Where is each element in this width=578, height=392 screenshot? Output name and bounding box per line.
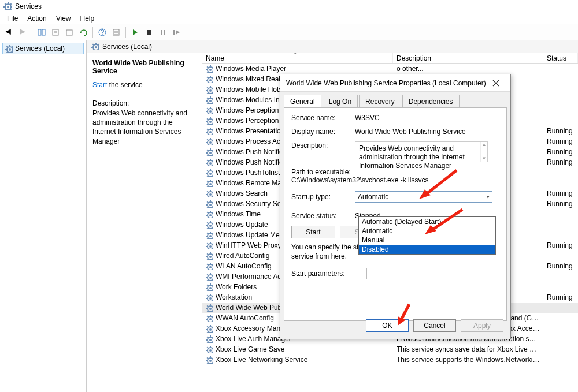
gear-icon (206, 169, 213, 177)
export-button[interactable] (63, 26, 76, 39)
refresh-button[interactable] (77, 26, 90, 39)
svg-text:?: ? (101, 28, 105, 36)
gear-icon (206, 283, 213, 291)
gear-icon (206, 232, 213, 239)
detail-pane: World Wide Web Publishing Service Start … (87, 53, 202, 392)
restart-button[interactable] (171, 26, 183, 39)
tab-general[interactable]: General (284, 95, 321, 108)
properties-button[interactable] (49, 26, 62, 39)
tab-body: Service name: W3SVC Display name: World … (284, 107, 507, 321)
showhide-button[interactable] (35, 26, 48, 39)
menubar: File Action View Help (0, 13, 578, 24)
option-delayed[interactable]: Automatic (Delayed Start) (359, 217, 495, 226)
gear-icon (206, 159, 213, 166)
gear-icon (206, 252, 213, 260)
col-description[interactable]: Description (393, 53, 543, 63)
service-row[interactable]: Xbox Live Game SaveThis service syncs sa… (202, 344, 578, 354)
description-text: Provides Web connectivity and administra… (92, 109, 196, 146)
gear-icon (206, 356, 213, 364)
service-status-label: Service status: (291, 212, 355, 220)
gear-icon (206, 335, 213, 343)
start-parameters-input[interactable] (366, 268, 491, 279)
option-automatic[interactable]: Automatic (359, 226, 495, 236)
tab-dependencies[interactable]: Dependencies (402, 95, 460, 108)
tab-recovery[interactable]: Recovery (359, 95, 401, 108)
startup-type-label: Startup type: (291, 193, 355, 201)
gear-icon (206, 304, 213, 312)
svg-rect-24 (147, 30, 151, 35)
start-service-line: Start the service (92, 81, 196, 89)
menu-action[interactable]: Action (23, 13, 51, 24)
chevron-down-icon: ▾ (487, 194, 490, 200)
cancel-button[interactable]: Cancel (413, 319, 456, 332)
main-header: Services (Local) (87, 40, 578, 53)
gear-icon (206, 211, 213, 218)
svg-rect-26 (164, 30, 165, 35)
gear-icon (206, 242, 213, 249)
gear-icon (206, 221, 213, 229)
apply-button: Apply (461, 319, 503, 332)
svg-rect-25 (161, 30, 162, 35)
help-button[interactable]: ? (96, 26, 109, 39)
gear-icon (206, 294, 213, 301)
gear-icon (206, 117, 213, 125)
start-button[interactable]: Start (291, 226, 335, 238)
gear-icon (206, 128, 213, 135)
back-button[interactable]: ⯇ (2, 26, 15, 39)
service-row[interactable]: Windows Media Playero other... (202, 64, 578, 74)
startup-type-dropdown[interactable]: Automatic (Delayed Start) Automatic Manu… (358, 216, 496, 255)
gear-icon (206, 65, 213, 73)
window-titlebar: Services (0, 0, 578, 13)
dialog-titlebar[interactable]: World Wide Web Publishing Service Proper… (280, 74, 510, 92)
ok-button[interactable]: OK (366, 319, 409, 332)
gear-icon (206, 346, 213, 353)
col-status[interactable]: Status (543, 53, 578, 63)
col-name[interactable]: Name⌃ (202, 53, 393, 63)
display-name-label: Display name: (291, 128, 355, 136)
svg-marker-28 (176, 30, 180, 35)
svg-marker-23 (133, 29, 138, 35)
option-disabled[interactable]: Disabled (359, 245, 495, 254)
svg-rect-11 (42, 29, 45, 35)
list-header: Name⌃ Description Status (202, 53, 578, 64)
selected-service-title: World Wide Web Publishing Service (92, 59, 196, 75)
option-manual[interactable]: Manual (359, 236, 495, 245)
toolbar: ⯇ ⯈ ? (0, 24, 578, 40)
menu-file[interactable]: File (2, 13, 23, 24)
path-value: C:\Windows\system32\svchost.exe -k iissv… (291, 176, 499, 184)
gear-icon (5, 45, 13, 53)
description-label: Description: (92, 99, 196, 107)
gear-icon (206, 76, 213, 83)
gear-icon (206, 325, 213, 333)
start-service-link[interactable]: Start (92, 81, 107, 89)
menu-help[interactable]: Help (76, 13, 99, 24)
svg-rect-12 (53, 29, 58, 35)
properties-dialog: World Wide Web Publishing Service Proper… (280, 74, 511, 339)
gear-icon (206, 96, 213, 104)
stop-button[interactable] (143, 26, 155, 39)
tab-logon[interactable]: Log On (323, 95, 358, 108)
tree-services-local[interactable]: Services (Local) (2, 43, 84, 54)
svg-rect-15 (66, 30, 72, 35)
gear-icon (206, 263, 213, 270)
props2-button[interactable] (110, 26, 123, 39)
gear-icon (206, 190, 213, 197)
play-button[interactable] (129, 26, 142, 39)
gear-icon (206, 107, 213, 114)
window-title: Services (15, 2, 42, 10)
pause-button[interactable] (157, 26, 169, 39)
gear-icon (206, 273, 213, 281)
gear-icon (206, 86, 213, 94)
description-scrollbar[interactable]: ▲▼ (480, 142, 487, 162)
close-button[interactable] (487, 76, 505, 90)
service-name-value: W3SVC (355, 114, 499, 122)
startup-type-combo[interactable]: Automatic ▾ (355, 191, 492, 203)
forward-button[interactable]: ⯈ (16, 26, 29, 39)
close-icon (492, 80, 499, 87)
svg-rect-10 (38, 29, 41, 35)
service-row[interactable]: Xbox Live Networking ServiceThis service… (202, 354, 578, 365)
service-name-label: Service name: (291, 114, 355, 122)
nav-tree: Services (Local) (0, 40, 87, 392)
menu-view[interactable]: View (51, 13, 76, 24)
dialog-tabs: General Log On Recovery Dependencies (280, 92, 510, 107)
